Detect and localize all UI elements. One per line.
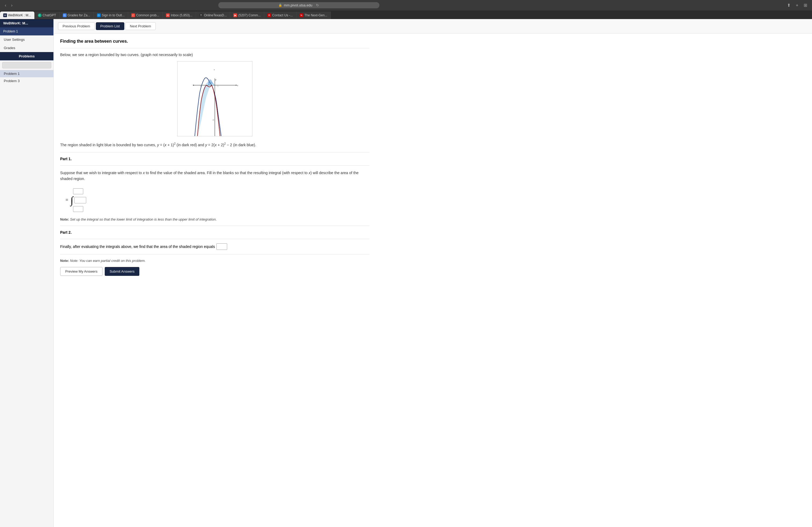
tab-favicon-inbox: M bbox=[166, 13, 170, 17]
tab-label-common: Common prob... bbox=[136, 13, 159, 17]
problem-nav: Previous Problem Problem List Next Probl… bbox=[54, 19, 812, 33]
tab-texas[interactable]: T OnlineTexasD... bbox=[196, 12, 230, 19]
tab-label-outlook: Sign in to Outl... bbox=[102, 13, 125, 17]
tab-favicon-outlook: O bbox=[97, 13, 101, 17]
upper-limit-input[interactable] bbox=[73, 189, 83, 194]
sidebar-problem-3-label: Problem 3 bbox=[4, 79, 19, 83]
address-bar[interactable]: 🔒 mm.pivot.utsa.edu ↻ bbox=[218, 2, 379, 8]
submit-button[interactable]: Submit Answers bbox=[105, 267, 139, 276]
new-tab-button[interactable]: + bbox=[794, 2, 800, 8]
tab-label-grades: Grades for Za... bbox=[68, 13, 90, 17]
tab-nextgen[interactable]: N The Next-Gen... bbox=[296, 12, 331, 19]
part1-description: Suppose that we wish to integrate with r… bbox=[60, 170, 369, 182]
sidebar-search bbox=[0, 60, 54, 70]
problem-content: Finding the area between curves. Below, … bbox=[54, 33, 376, 286]
svg-text:15: 15 bbox=[213, 136, 214, 136]
sidebar-problem-label: Problem 1 bbox=[3, 30, 18, 33]
integral-symbol-row: ∫ bbox=[70, 195, 86, 205]
tab-label-contact: Contact Us -... bbox=[272, 13, 293, 17]
tab-grades[interactable]: G Grades for Za... bbox=[60, 12, 94, 19]
reload-icon[interactable]: ↻ bbox=[316, 3, 319, 7]
sidebar-problems-title: Problems bbox=[0, 52, 54, 60]
tab-label-inbox: Inbox (5,853)... bbox=[171, 13, 192, 17]
tab-favicon-contact: R bbox=[267, 13, 271, 17]
share-button[interactable]: ⬆ bbox=[785, 2, 792, 8]
submit-row: Preview My Answers Submit Answers bbox=[60, 263, 369, 280]
tab-label-texas: OnlineTexasD... bbox=[204, 13, 227, 17]
tab-youtube[interactable]: ▶ (5207) Comm... bbox=[230, 12, 264, 19]
equals-sign: = bbox=[66, 197, 68, 203]
tab-contact[interactable]: R Contact Us -... bbox=[264, 12, 296, 19]
divider-3 bbox=[60, 165, 369, 166]
svg-marker-2 bbox=[236, 85, 237, 86]
sidebar-item-user-settings[interactable]: User Settings bbox=[0, 35, 54, 44]
part2-answer-row: Finally, after evaluating the integrals … bbox=[60, 243, 369, 250]
sidebar: WeBWorK: M... Problem 1 User Settings Gr… bbox=[0, 19, 54, 527]
sidebar-problem-1-label: Problem 1 bbox=[4, 72, 19, 76]
back-button[interactable]: ‹ bbox=[3, 2, 8, 8]
main-content: Previous Problem Problem List Next Probl… bbox=[54, 19, 812, 527]
part1-note: Note: Note: Set up the integral so that … bbox=[60, 217, 369, 221]
integral-group: ∫ bbox=[70, 189, 86, 212]
tab-label-youtube: (5207) Comm... bbox=[238, 13, 260, 17]
integral-display: = ∫ bbox=[60, 185, 369, 215]
tab-bar: W WeBWorK : M... C ChatGPT G Grades for … bbox=[0, 11, 812, 19]
url-text: mm.pivot.utsa.edu bbox=[284, 3, 312, 7]
part1-title: Part 1. bbox=[60, 157, 369, 161]
divider-2 bbox=[60, 152, 369, 152]
sidebar-item-grades[interactable]: Grades bbox=[0, 44, 54, 52]
previous-problem-button[interactable]: Previous Problem bbox=[58, 22, 95, 30]
sidebar-item-label-grades: Grades bbox=[4, 46, 15, 50]
tab-label-nextgen: The Next-Gen... bbox=[305, 13, 327, 17]
svg-text:10: 10 bbox=[213, 119, 214, 121]
preview-button[interactable]: Preview My Answers bbox=[60, 267, 103, 276]
sidebar-button[interactable]: ⊞ bbox=[802, 2, 809, 8]
tab-label-webwork: WeBWorK : M... bbox=[8, 13, 31, 17]
sidebar-course-header: WeBWorK: M... bbox=[0, 19, 54, 27]
curve-description: The region shaded in light blue is bound… bbox=[60, 142, 369, 148]
browser-actions: ⬆ + ⊞ bbox=[785, 2, 809, 8]
integral-symbol: ∫ bbox=[70, 195, 73, 205]
tab-webwork[interactable]: W WeBWorK : M... bbox=[0, 12, 35, 19]
tab-inbox[interactable]: M Inbox (5,853)... bbox=[163, 12, 196, 19]
forward-button[interactable]: › bbox=[10, 2, 14, 8]
sidebar-problem-header: Problem 1 bbox=[0, 27, 54, 35]
divider-6 bbox=[60, 254, 369, 254]
next-problem-button[interactable]: Next Problem bbox=[126, 22, 156, 30]
integrand-input[interactable] bbox=[74, 197, 86, 204]
tab-label-chatgpt: ChatGPT bbox=[43, 13, 56, 17]
browser-controls: ‹ › bbox=[3, 2, 14, 8]
tab-outlook[interactable]: O Sign in to Outl... bbox=[94, 12, 128, 19]
lock-icon: 🔒 bbox=[278, 3, 282, 7]
graph-svg: x y 10 15 -5 -5 1 x=-1, x=-5 bbox=[177, 61, 252, 136]
tab-chatgpt[interactable]: C ChatGPT bbox=[35, 12, 60, 19]
sidebar-problem-1[interactable]: Problem 1 bbox=[0, 70, 54, 77]
partial-credit-note: Note: Note: You can earn partial credit … bbox=[60, 259, 369, 263]
tab-favicon-chatgpt: C bbox=[38, 13, 42, 17]
app-container: WeBWorK: M... Problem 1 User Settings Gr… bbox=[0, 19, 812, 527]
sidebar-item-label-user-settings: User Settings bbox=[4, 37, 25, 42]
svg-marker-4 bbox=[193, 85, 194, 86]
sidebar-problem-3[interactable]: Problem 3 bbox=[0, 77, 54, 85]
tab-favicon-texas: T bbox=[199, 13, 203, 17]
part2-title: Part 2. bbox=[60, 230, 369, 235]
problem-list-button[interactable]: Problem List bbox=[96, 22, 124, 30]
tab-favicon-webwork: W bbox=[3, 13, 7, 17]
problem-description: Below, we see a region bounded by two cu… bbox=[60, 52, 369, 57]
lower-limit-input[interactable] bbox=[73, 206, 83, 212]
svg-text:-5: -5 bbox=[214, 69, 215, 71]
problem-title: Finding the area between curves. bbox=[60, 39, 369, 44]
sidebar-search-input[interactable] bbox=[2, 62, 51, 69]
svg-text:x: x bbox=[237, 85, 238, 86]
browser-chrome: ‹ › 🔒 mm.pivot.utsa.edu ↻ ⬆ + ⊞ bbox=[0, 0, 812, 11]
tab-common[interactable]: C Common prob... bbox=[128, 12, 163, 19]
svg-text:1: 1 bbox=[218, 85, 218, 87]
tab-favicon-common: C bbox=[131, 13, 135, 17]
tab-favicon-nextgen: N bbox=[300, 13, 303, 17]
area-answer-input[interactable] bbox=[216, 243, 227, 250]
divider-1 bbox=[60, 48, 369, 48]
sidebar-course-title: WeBWorK: M... bbox=[3, 21, 28, 25]
graph-container: x y 10 15 -5 -5 1 x=-1, x=-5 bbox=[60, 61, 369, 136]
svg-text:y: y bbox=[215, 79, 216, 81]
tab-favicon-grades: G bbox=[63, 13, 67, 17]
